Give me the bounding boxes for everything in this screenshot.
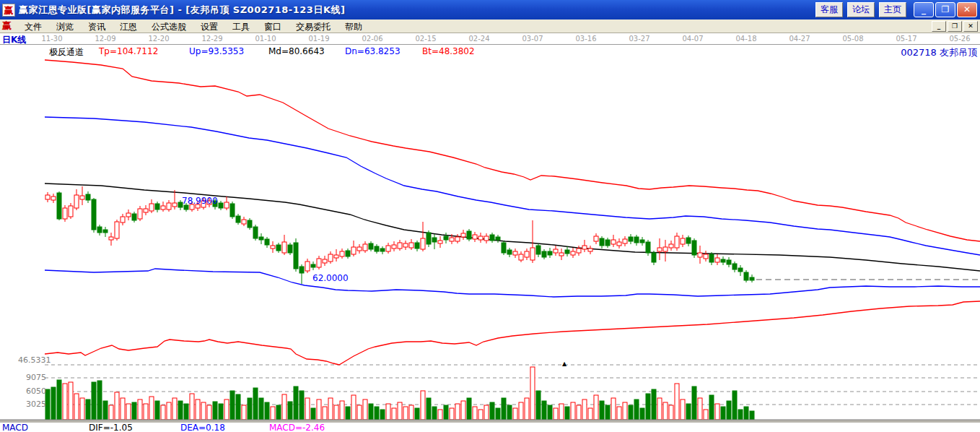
- candle-body: [403, 243, 408, 247]
- volume-bar: [727, 401, 731, 420]
- date-tick-label: 04-18: [732, 35, 761, 43]
- volume-bar: [144, 404, 148, 420]
- volume-bar: [588, 408, 592, 420]
- kline-canvas: [0, 45, 980, 432]
- volume-bar: [461, 401, 465, 420]
- mdi-restore-button[interactable]: ❐: [948, 21, 962, 32]
- candle-body: [259, 237, 263, 240]
- candle-body: [282, 242, 286, 253]
- candle-body: [438, 241, 442, 243]
- candle-body: [172, 203, 177, 207]
- candle-body: [224, 202, 229, 208]
- candle-body: [415, 243, 419, 249]
- candle-body: [675, 236, 679, 248]
- volume-bar: [103, 401, 108, 420]
- date-tick-label: 12-09: [91, 35, 120, 43]
- minimize-button[interactable]: _: [914, 2, 934, 17]
- candle-body: [704, 254, 708, 259]
- titlebar-link-buttons: 客服 论坛 主页: [815, 2, 906, 17]
- candle-body: [369, 243, 373, 249]
- volume-bar: [438, 410, 442, 420]
- candle-body: [594, 236, 598, 241]
- candle-body: [519, 254, 523, 260]
- date-axis: 日K线 11-3012-0912-2012-2901-1001-1902-060…: [0, 33, 980, 45]
- volume-axis-label: 9075: [20, 373, 46, 382]
- candle-body: [721, 259, 725, 262]
- candle-body: [45, 195, 50, 199]
- candle-body: [646, 242, 650, 253]
- candle-body: [409, 243, 414, 248]
- candle-body: [426, 233, 431, 244]
- menu-item-5[interactable]: 设置: [193, 21, 225, 33]
- candle-body: [565, 250, 569, 254]
- menu-item-8[interactable]: 交易委托: [289, 21, 338, 33]
- date-tick-label: 01-10: [251, 35, 280, 43]
- homepage-button[interactable]: 主页: [879, 2, 906, 17]
- channel-bottom-level-label: 46.5331: [18, 355, 51, 365]
- candle-body: [444, 236, 448, 240]
- volume-bar: [282, 394, 286, 420]
- candle-body: [461, 233, 465, 237]
- candle-body: [605, 240, 610, 246]
- volume-bar: [450, 408, 454, 420]
- candle-body: [652, 253, 656, 262]
- volume-bar: [715, 404, 719, 420]
- volume-bar: [242, 405, 246, 420]
- volume-bar: [455, 404, 460, 420]
- indicator-value-3: Dn=63.8253: [345, 46, 401, 56]
- macd-indicator-label[interactable]: MACD: [2, 423, 28, 432]
- mdi-close-button[interactable]: ✕: [963, 21, 978, 32]
- volume-bar: [744, 407, 748, 420]
- candle-body: [69, 206, 73, 217]
- candle-body: [288, 245, 292, 253]
- forum-button[interactable]: 论坛: [847, 2, 875, 17]
- volume-bar: [611, 398, 616, 420]
- candle-body: [548, 251, 552, 255]
- volume-bar: [167, 402, 171, 420]
- restore-button[interactable]: ❐: [935, 2, 955, 17]
- volume-bar: [559, 404, 564, 420]
- volume-bar: [265, 402, 269, 420]
- volume-bar: [738, 410, 743, 420]
- menu-item-6[interactable]: 工具: [225, 21, 257, 33]
- menu-item-4[interactable]: 公式选股: [144, 21, 193, 33]
- volume-bar: [86, 399, 90, 420]
- customer-service-button[interactable]: 客服: [815, 2, 843, 17]
- volume-bar: [646, 394, 650, 420]
- candle-body: [323, 259, 327, 263]
- candle-body: [132, 214, 136, 220]
- kline-chart[interactable]: 极反通道 Tp=104.7112Up=93.5353Md=80.6643Dn=6…: [0, 45, 980, 432]
- volume-bar: [328, 398, 333, 420]
- menu-item-0[interactable]: 文件: [17, 21, 49, 33]
- candle-body: [386, 246, 390, 251]
- volume-bar: [582, 399, 587, 420]
- channel-line-dn: [45, 269, 980, 297]
- menu-item-1[interactable]: 浏览: [49, 21, 81, 33]
- volume-bar: [478, 410, 483, 420]
- mdi-window-controls: _ ❐ ✕: [932, 21, 978, 32]
- menu-item-3[interactable]: 江恩: [113, 21, 144, 33]
- candle-body: [155, 204, 159, 209]
- menu-item-9[interactable]: 帮助: [338, 21, 369, 33]
- channel-line-up: [45, 117, 980, 255]
- volume-axis-label: 6050: [20, 386, 46, 396]
- volume-bar: [155, 401, 159, 420]
- menu-item-7[interactable]: 窗口: [257, 21, 289, 33]
- app-icon: 赢: [2, 4, 15, 17]
- candle-body: [375, 246, 379, 251]
- candle-body: [248, 220, 252, 228]
- candle-body: [455, 237, 460, 241]
- date-tick-label: 01-19: [305, 35, 333, 43]
- candle-body: [97, 227, 102, 233]
- candle-body: [715, 258, 719, 262]
- menu-item-2[interactable]: 资讯: [81, 21, 113, 33]
- volume-bar: [74, 394, 79, 420]
- candle-body: [692, 241, 696, 255]
- close-button[interactable]: ✕: [957, 2, 977, 17]
- mdi-minimize-button[interactable]: _: [932, 21, 946, 32]
- volume-bar: [305, 398, 310, 420]
- candle-body: [634, 237, 639, 243]
- candle-body: [588, 249, 592, 251]
- volume-bar: [392, 408, 396, 420]
- volume-bar: [525, 398, 529, 420]
